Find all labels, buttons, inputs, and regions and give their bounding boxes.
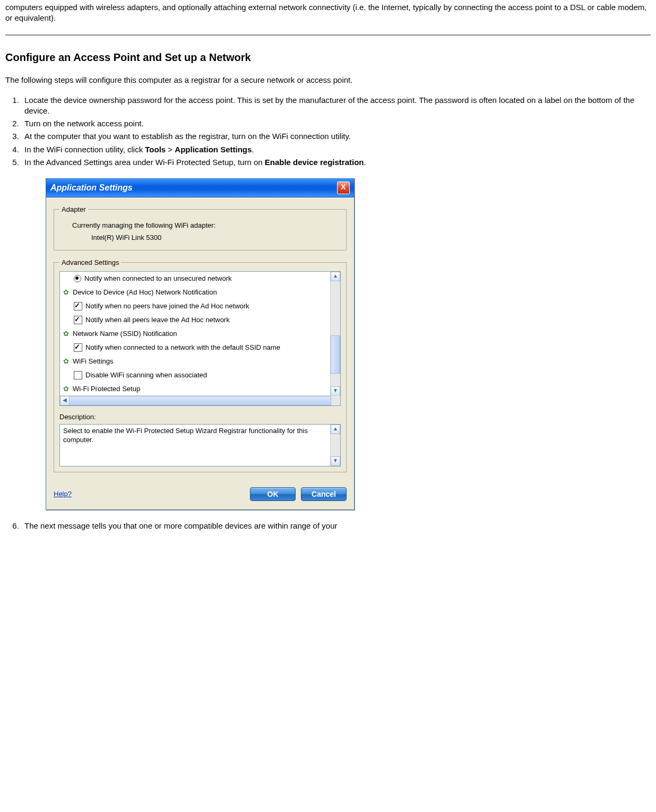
horizontal-scrollbar[interactable]: ◀ ▶ [60,395,340,405]
row-label: Device to Device (Ad Hoc) Network Notifi… [73,288,217,297]
adapter-legend: Adapter [59,205,88,214]
lead-paragraph: The following steps will configure this … [5,74,651,85]
desc-scroll-down[interactable]: ▼ [331,456,340,466]
step-5-period: . [364,158,366,167]
advanced-legend: Advanced Settings [59,258,121,267]
group-icon: ✿ [62,358,70,365]
scroll-thumb[interactable] [331,335,340,374]
row-label: Notify when connected to an unsecured ne… [84,274,232,283]
group-icon: ✿ [62,289,70,296]
step-5: In the Advanced Settings area under Wi-F… [21,157,651,510]
step-4: In the WiFi connection utility, click To… [21,144,651,155]
row-label: Disable WiFi scanning when associated [85,370,207,380]
step-2: Turn on the network access point. [21,118,651,129]
section-heading: Configure an Access Point and Set up a N… [5,51,651,64]
step-4-text-a: In the WiFi connection utility, click [24,145,145,154]
step-6: The next message tells you that one or m… [21,521,651,531]
settings-row-2[interactable]: Notify when no peers have joined the Ad … [60,299,331,313]
vertical-scrollbar[interactable]: ▲ ▼ [330,272,340,396]
radio[interactable] [74,275,81,282]
application-settings-dialog: Application Settings X Adapter Currently… [46,178,355,510]
cancel-button[interactable]: Cancel [301,487,347,501]
settings-row-8[interactable]: ✿Wi-Fi Protected Setup [60,382,331,395]
settings-listbox[interactable]: Notify when connected to an unsecured ne… [59,271,341,406]
scroll-down-arrow[interactable]: ▼ [331,386,340,396]
group-icon: ✿ [62,385,70,393]
step-4-period: . [252,145,254,154]
steps-list: Locate the device ownership password for… [21,95,651,531]
row-label: Notify when all peers leave the Ad Hoc n… [85,315,230,325]
step-3: At the computer that you want to establi… [21,131,651,142]
step-4-tools: Tools [145,145,166,154]
settings-row-0[interactable]: Notify when connected to an unsecured ne… [60,272,331,286]
settings-row-4[interactable]: ✿Network Name (SSID) Notification [60,327,331,341]
group-icon: ✿ [62,330,70,338]
settings-row-5[interactable]: Notify when connected to a network with … [60,341,331,355]
checkbox[interactable] [74,302,82,310]
settings-row-1[interactable]: ✿Device to Device (Ad Hoc) Network Notif… [60,286,331,299]
step-5-enable: Enable device registration [265,158,364,167]
close-button[interactable]: X [337,182,350,194]
settings-row-3[interactable]: Notify when all peers leave the Ad Hoc n… [60,313,331,327]
section-divider [5,34,651,36]
step-1: Locate the device ownership password for… [21,95,651,117]
settings-row-7[interactable]: Disable WiFi scanning when associated [60,368,331,382]
row-label: Notify when no peers have joined the Ad … [85,301,249,311]
description-label: Description: [59,412,341,422]
row-label: Wi-Fi Protected Setup [73,384,140,394]
ok-button[interactable]: OK [250,487,296,501]
checkbox[interactable] [74,316,82,324]
scroll-left-arrow[interactable]: ◀ [60,396,70,405]
settings-row-6[interactable]: ✿WiFi Settings [60,355,331,368]
scroll-up-arrow[interactable]: ▲ [331,272,340,281]
description-box: Select to enable the Wi-Fi Protected Set… [59,424,341,467]
dialog-title: Application Settings [50,182,133,194]
dialog-titlebar[interactable]: Application Settings X [46,179,354,197]
help-link[interactable]: Help? [54,489,72,499]
row-label: Network Name (SSID) Notification [73,329,177,339]
step-4-gt: > [166,145,175,154]
desc-scroll-up[interactable]: ▲ [331,425,340,434]
adapter-name: Intel(R) WiFi Link 5300 [91,233,341,243]
checkbox[interactable] [74,371,82,379]
step-4-appsettings: Application Settings [175,145,252,154]
adapter-fieldset: Adapter Currently managing the following… [54,205,347,250]
checkbox[interactable] [74,343,82,352]
row-label: Notify when connected to a network with … [85,343,280,352]
hscroll-track[interactable] [69,396,331,405]
step-5-text-a: In the Advanced Settings area under Wi-F… [24,158,265,167]
intro-paragraph: computers equipped with wireless adapter… [5,2,651,24]
advanced-settings-fieldset: Advanced Settings Notify when connected … [54,258,347,472]
description-scrollbar[interactable]: ▲ ▼ [330,425,340,466]
row-label: WiFi Settings [73,357,114,366]
adapter-text: Currently managing the following WiFi ad… [72,221,341,230]
description-text: Select to enable the Wi-Fi Protected Set… [63,427,308,444]
